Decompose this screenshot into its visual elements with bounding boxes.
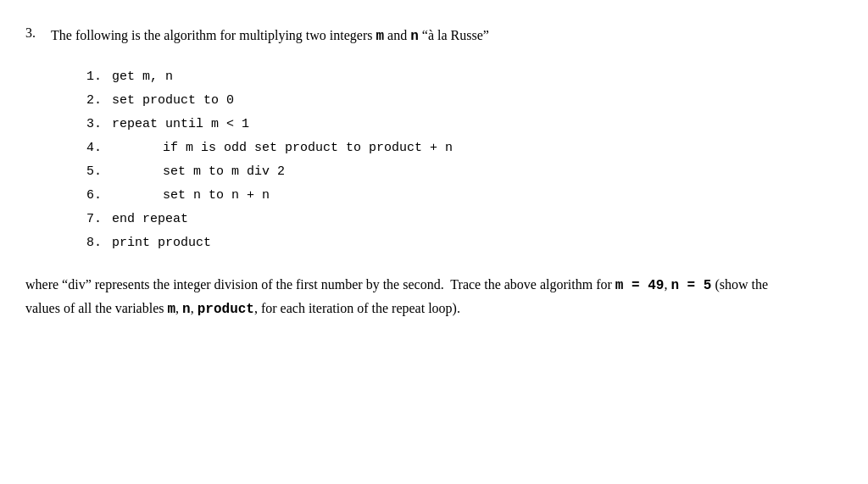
line-num-4: 4.: [76, 138, 102, 159]
page-container: 3. The following is the algorithm for mu…: [0, 0, 868, 346]
line-num-3: 3.: [76, 114, 102, 135]
algo-line-4: 4. if m is odd set product to product + …: [76, 138, 834, 159]
algorithm-block: 1. get m, n 2. set product to 0 3. repea…: [76, 67, 834, 253]
var-product: product: [198, 302, 254, 317]
question-header: 3. The following is the algorithm for mu…: [25, 25, 834, 47]
question-text: The following is the algorithm for multi…: [51, 25, 489, 47]
algo-line-5: 5. set m to m div 2: [76, 162, 834, 182]
var-list-n: n: [182, 302, 191, 317]
n-value: n = 5: [670, 278, 711, 293]
line-content-7: end repeat: [112, 209, 188, 230]
description-block: where “div” represents the integer divis…: [25, 274, 805, 320]
line-content-2: set product to 0: [112, 91, 234, 111]
line-num-7: 7.: [76, 209, 102, 230]
algo-line-3: 3. repeat until m < 1: [76, 114, 834, 135]
var-m: m: [376, 29, 385, 44]
line-content-8: print product: [112, 233, 211, 253]
question-number: 3.: [25, 25, 51, 41]
line-num-5: 5.: [76, 162, 102, 182]
line-num-6: 6.: [76, 186, 102, 206]
description-text: where “div” represents the integer divis…: [25, 274, 805, 320]
line-content-4: if m is odd set product to product + n: [112, 138, 453, 159]
var-n: n: [410, 29, 419, 44]
algo-line-1: 1. get m, n: [76, 67, 834, 87]
var-list-m: m: [168, 302, 176, 317]
algo-line-7: 7. end repeat: [76, 209, 834, 230]
algo-line-2: 2. set product to 0: [76, 91, 834, 111]
line-content-5: set m to m div 2: [112, 162, 285, 182]
algo-line-8: 8. print product: [76, 233, 834, 253]
line-num-8: 8.: [76, 233, 102, 253]
line-content-3: repeat until m < 1: [112, 114, 249, 135]
line-num-2: 2.: [76, 91, 102, 111]
m-value: m = 49: [615, 278, 665, 293]
algo-line-6: 6. set n to n + n: [76, 186, 834, 206]
title-suffix: “à la Russe”: [422, 28, 489, 42]
line-content-1: get m, n: [112, 67, 173, 87]
line-num-1: 1.: [76, 67, 102, 87]
line-content-6: set n to n + n: [112, 186, 270, 206]
